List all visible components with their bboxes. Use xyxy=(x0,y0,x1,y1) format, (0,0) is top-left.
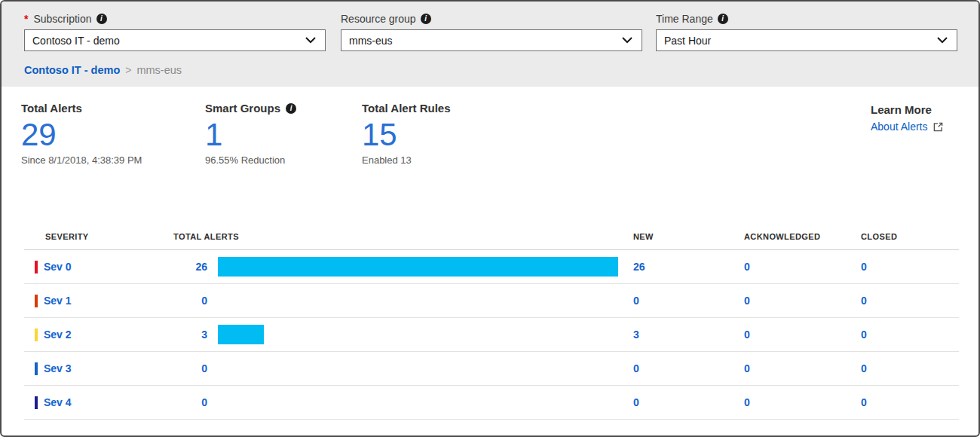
acknowledged-value[interactable]: 0 xyxy=(744,295,750,307)
severity-color-marker xyxy=(35,261,38,274)
new-value[interactable]: 3 xyxy=(633,329,639,341)
table-row-sev0: Sev 0 26 26 0 0 xyxy=(24,250,959,284)
new-value[interactable]: 0 xyxy=(633,396,639,408)
new-value[interactable]: 0 xyxy=(633,362,639,374)
total-alerts-value[interactable]: 0 xyxy=(201,295,207,307)
total-alerts-value[interactable]: 26 xyxy=(195,261,207,273)
closed-value[interactable]: 0 xyxy=(861,396,867,408)
severity-link[interactable]: Sev 1 xyxy=(44,295,72,307)
smart-groups-label-text: Smart Groups xyxy=(205,102,280,115)
breadcrumb-separator: > xyxy=(125,64,131,76)
learn-more-title: Learn More xyxy=(871,103,944,116)
filter-bar: * Subscription i Contoso IT - demo Resou… xyxy=(2,2,978,87)
acknowledged-value[interactable]: 0 xyxy=(744,362,750,374)
total-alert-rules-stat-value[interactable]: 15 xyxy=(362,116,451,154)
resource-group-label-text: Resource group xyxy=(341,13,416,25)
severity-link[interactable]: Sev 3 xyxy=(44,362,72,374)
subscription-dropdown[interactable]: Contoso IT - demo xyxy=(24,29,326,51)
azure-alerts-page: * Subscription i Contoso IT - demo Resou… xyxy=(0,0,980,437)
closed-value[interactable]: 0 xyxy=(861,329,867,341)
info-icon[interactable]: i xyxy=(421,14,431,24)
total-alerts-value[interactable]: 0 xyxy=(201,362,207,374)
chevron-down-icon xyxy=(622,37,632,44)
time-range-label-text: Time Range xyxy=(656,13,713,25)
time-range-value: Past Hour xyxy=(664,35,711,47)
learn-more-section: Learn More About Alerts xyxy=(871,103,944,133)
severity-color-marker xyxy=(35,396,38,409)
smart-groups-stat-value[interactable]: 1 xyxy=(205,116,296,154)
closed-value[interactable]: 0 xyxy=(861,261,867,273)
table-row-sev2: Sev 2 3 3 0 0 xyxy=(24,318,959,352)
resource-group-filter: Resource group i mms-eus xyxy=(341,11,642,51)
total-alerts-stat-value[interactable]: 29 xyxy=(21,116,142,154)
total-alerts-value[interactable]: 3 xyxy=(201,329,207,341)
total-alert-rules-stat: Total Alert Rules 15 Enabled 13 xyxy=(362,102,451,166)
severity-link[interactable]: Sev 0 xyxy=(44,261,72,273)
breadcrumb: Contoso IT - demo > mms-eus xyxy=(24,64,182,76)
breadcrumb-current: mms-eus xyxy=(136,64,182,76)
column-header-total-alerts: TOTAL ALERTS xyxy=(173,232,633,249)
total-alerts-stat-label: Total Alerts xyxy=(21,102,142,115)
acknowledged-value[interactable]: 0 xyxy=(744,396,750,408)
total-alerts-bar xyxy=(218,257,618,277)
column-header-closed: CLOSED xyxy=(861,232,959,249)
time-range-filter: Time Range i Past Hour xyxy=(656,11,957,51)
column-header-acknowledged: ACKNOWLEDGED xyxy=(744,232,861,249)
time-range-label: Time Range i xyxy=(656,11,957,27)
total-alerts-value[interactable]: 0 xyxy=(201,396,207,408)
resource-group-label: Resource group i xyxy=(341,11,642,27)
smart-groups-stat-label: Smart Groups i xyxy=(205,102,296,115)
subscription-label-text: Subscription xyxy=(33,13,91,25)
closed-value[interactable]: 0 xyxy=(861,295,867,307)
new-value[interactable]: 0 xyxy=(633,295,639,307)
info-icon[interactable]: i xyxy=(286,103,296,114)
severity-link[interactable]: Sev 2 xyxy=(44,329,72,341)
chevron-down-icon xyxy=(305,37,316,44)
required-asterisk: * xyxy=(24,13,28,25)
total-alerts-stat-subtext: Since 8/1/2018, 4:38:39 PM xyxy=(21,154,142,166)
total-alert-rules-stat-subtext: Enabled 13 xyxy=(362,154,451,166)
table-header-row: SEVERITY TOTAL ALERTS NEW ACKNOWLEDGED C… xyxy=(24,218,959,250)
acknowledged-value[interactable]: 0 xyxy=(744,261,750,273)
table-row-sev1: Sev 1 0 0 0 0 xyxy=(24,284,959,318)
severity-color-marker xyxy=(35,295,38,307)
smart-groups-stat: Smart Groups i 1 96.55% Reduction xyxy=(205,102,296,166)
external-link-icon xyxy=(933,121,944,133)
about-alerts-link-text: About Alerts xyxy=(871,121,928,133)
subscription-label: * Subscription i xyxy=(24,11,326,27)
subscription-value: Contoso IT - demo xyxy=(32,35,120,47)
time-range-dropdown[interactable]: Past Hour xyxy=(656,29,957,51)
info-icon[interactable]: i xyxy=(718,14,728,24)
smart-groups-stat-subtext: 96.55% Reduction xyxy=(205,154,296,166)
severity-color-marker xyxy=(35,362,38,375)
resource-group-value: mms-eus xyxy=(349,35,393,47)
acknowledged-value[interactable]: 0 xyxy=(744,329,750,341)
total-alerts-bar xyxy=(218,325,264,344)
column-header-severity: SEVERITY xyxy=(24,232,173,249)
table-row-sev4: Sev 4 0 0 0 0 xyxy=(24,386,959,420)
table-row-sev3: Sev 3 0 0 0 0 xyxy=(24,352,959,386)
resource-group-dropdown[interactable]: mms-eus xyxy=(341,29,642,51)
severity-color-marker xyxy=(35,329,38,341)
chevron-down-icon xyxy=(937,37,948,44)
column-header-new: NEW xyxy=(633,232,744,249)
severity-link[interactable]: Sev 4 xyxy=(44,396,72,408)
info-icon[interactable]: i xyxy=(96,14,107,24)
closed-value[interactable]: 0 xyxy=(861,362,867,374)
about-alerts-link[interactable]: About Alerts xyxy=(871,121,944,133)
total-alert-rules-stat-label: Total Alert Rules xyxy=(362,102,451,115)
new-value[interactable]: 26 xyxy=(633,261,645,273)
alerts-severity-table: SEVERITY TOTAL ALERTS NEW ACKNOWLEDGED C… xyxy=(24,218,959,420)
subscription-filter: * Subscription i Contoso IT - demo xyxy=(24,11,326,51)
total-alerts-stat: Total Alerts 29 Since 8/1/2018, 4:38:39 … xyxy=(21,102,142,166)
breadcrumb-subscription-link[interactable]: Contoso IT - demo xyxy=(24,64,120,76)
